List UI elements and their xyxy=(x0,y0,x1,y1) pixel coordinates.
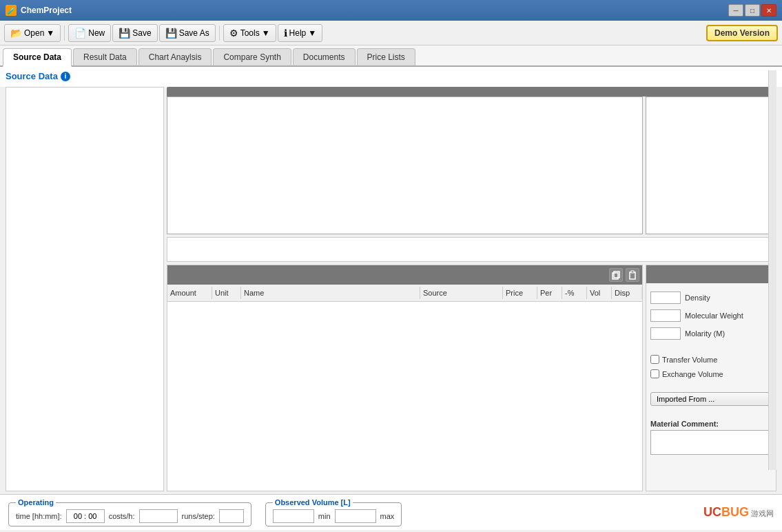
app-title: ChemProject xyxy=(21,6,72,15)
open-button[interactable]: 📂 Open ▼ xyxy=(4,24,61,42)
runs-label: runs/step: xyxy=(182,512,215,520)
tab-documents[interactable]: Documents xyxy=(293,48,356,65)
operating-group: Operating time [hh:mm]: costs/h: runs/st… xyxy=(8,498,251,526)
observed-volume-max-input[interactable] xyxy=(335,509,376,523)
help-dropdown-icon: ▼ xyxy=(308,28,316,38)
density-row: Density xyxy=(650,291,772,304)
svg-rect-3 xyxy=(631,271,634,273)
tab-result-data[interactable]: Result Data xyxy=(73,48,137,65)
col-vol: Vol xyxy=(587,287,612,299)
top-section xyxy=(167,96,776,234)
section-title: Source Data i xyxy=(6,71,776,81)
transfer-volume-label: Transfer Volume xyxy=(662,356,717,364)
tools-icon: ⚙ xyxy=(229,28,238,39)
save-button[interactable]: 💾 Save xyxy=(112,24,157,42)
open-label: Open xyxy=(24,28,44,38)
open-icon: 📂 xyxy=(10,28,22,39)
transfer-volume-row: Transfer Volume xyxy=(650,355,772,364)
save-label: Save xyxy=(132,28,151,38)
exchange-volume-label: Exchange Volume xyxy=(662,370,723,378)
observed-volume-legend: Observed Volume [L] xyxy=(273,498,353,507)
material-comment-input[interactable] xyxy=(650,430,772,455)
time-input[interactable] xyxy=(66,509,105,523)
bottom-bar: Operating time [hh:mm]: costs/h: runs/st… xyxy=(0,494,782,530)
col-amount: Amount xyxy=(167,287,212,299)
middle-text-area[interactable] xyxy=(167,237,776,262)
tools-dropdown-icon: ▼ xyxy=(262,28,270,38)
min-label: min xyxy=(318,512,331,520)
material-comment-label: Material Comment: xyxy=(650,420,772,428)
observed-volume-min-input[interactable] xyxy=(273,509,314,523)
close-button[interactable]: ✕ xyxy=(761,4,776,17)
left-sidebar xyxy=(6,87,164,491)
col-per: Per xyxy=(537,287,562,299)
content-row: Amount Unit Name Source Price Per -% Vol… xyxy=(0,87,782,494)
help-button[interactable]: ℹ Help ▼ xyxy=(278,24,323,42)
save-as-icon: 💾 xyxy=(165,28,177,39)
tab-price-lists[interactable]: Price Lists xyxy=(357,48,415,65)
section-title-area: Source Data i xyxy=(0,67,782,87)
source-data-title: Source Data xyxy=(6,71,58,81)
density-input[interactable] xyxy=(650,291,681,304)
table-toolbar-bar xyxy=(167,265,642,285)
exchange-volume-row: Exchange Volume xyxy=(650,369,772,378)
main-wrapper: Source Data i xyxy=(0,67,782,530)
molecular-weight-label: Molecular Weight xyxy=(685,311,743,320)
minimize-button[interactable]: ─ xyxy=(728,4,743,17)
time-label: time [hh:mm]: xyxy=(16,512,62,520)
save-as-button[interactable]: 💾 Save As xyxy=(159,24,216,42)
col-disp: Disp xyxy=(612,287,642,299)
col-minus-percent: -% xyxy=(562,287,587,299)
new-icon: 📄 xyxy=(74,28,86,39)
costs-input[interactable] xyxy=(139,509,178,523)
center-gray-bar xyxy=(167,87,776,96)
table-copy-button[interactable] xyxy=(609,268,623,282)
table-body[interactable] xyxy=(167,302,642,491)
new-button[interactable]: 📄 New xyxy=(68,24,111,42)
demo-version-button[interactable]: Demo Version xyxy=(706,25,778,41)
tabs-bar: Source Data Result Data Chart Anaylsis C… xyxy=(0,45,782,67)
table-paste-button[interactable] xyxy=(626,268,639,282)
table-header: Amount Unit Name Source Price Per -% Vol… xyxy=(167,285,642,302)
molecule-view[interactable] xyxy=(167,96,643,234)
save-as-label: Save As xyxy=(179,28,209,38)
transfer-volume-checkbox[interactable] xyxy=(650,355,659,364)
density-label: Density xyxy=(685,294,710,302)
tab-source-data[interactable]: Source Data xyxy=(3,48,72,67)
molarity-input[interactable] xyxy=(650,327,681,340)
right-bottom-panel: Density Molecular Weight Molarity (M) xyxy=(646,265,776,491)
imported-from-button[interactable]: Imported From ... xyxy=(650,392,772,406)
window-controls: ─ □ ✕ xyxy=(728,4,776,17)
save-icon: 💾 xyxy=(119,28,130,39)
vertical-scrollbar[interactable] xyxy=(768,70,776,470)
material-comment-section: Material Comment: xyxy=(650,420,772,457)
molarity-label: Molarity (M) xyxy=(685,329,725,338)
open-dropdown-icon: ▼ xyxy=(46,28,54,38)
max-label: max xyxy=(380,512,395,520)
toolbar: 📂 Open ▼ 📄 New 💾 Save 💾 Save As ⚙ Tools … xyxy=(0,21,782,45)
title-bar: 🧪 ChemProject ─ □ ✕ xyxy=(0,0,782,21)
tools-label: Tools xyxy=(240,28,260,38)
molecular-weight-row: Molecular Weight xyxy=(650,309,772,322)
watermark: UCBUG 游戏网 xyxy=(703,505,774,520)
help-icon: ℹ xyxy=(284,28,287,39)
maximize-button[interactable]: □ xyxy=(745,4,760,17)
separator-2 xyxy=(219,25,220,41)
title-left: 🧪 ChemProject xyxy=(6,5,72,16)
runs-input[interactable] xyxy=(219,509,244,523)
table-section: Amount Unit Name Source Price Per -% Vol… xyxy=(167,265,776,491)
col-price: Price xyxy=(503,287,537,299)
info-icon[interactable]: i xyxy=(61,72,70,81)
toolbar-left: 📂 Open ▼ 📄 New 💾 Save 💾 Save As ⚙ Tools … xyxy=(4,24,322,42)
exchange-volume-checkbox[interactable] xyxy=(650,369,659,378)
tools-button[interactable]: ⚙ Tools ▼ xyxy=(223,24,276,42)
tab-compare-synth[interactable]: Compare Synth xyxy=(213,48,291,65)
right-panel-gray-bar xyxy=(646,265,776,283)
new-label: New xyxy=(88,28,105,38)
col-name: Name xyxy=(241,287,420,299)
separator-1 xyxy=(64,25,65,41)
molecular-weight-input[interactable] xyxy=(650,309,681,322)
help-label: Help xyxy=(289,28,307,38)
col-source: Source xyxy=(420,287,503,299)
tab-chart-analysis[interactable]: Chart Anaylsis xyxy=(138,48,212,65)
